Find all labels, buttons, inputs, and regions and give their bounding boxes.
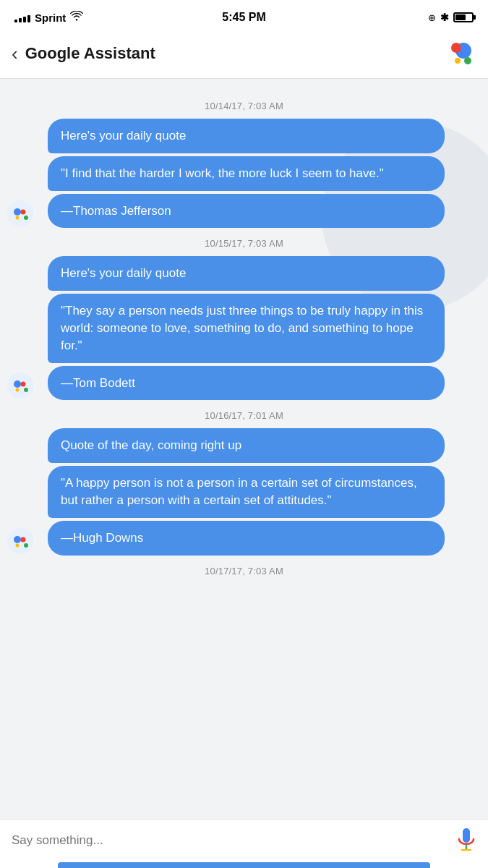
mic-button[interactable] <box>456 828 476 853</box>
bubble-2-1: "They say a person needs just three thin… <box>48 294 445 362</box>
google-assistant-icon <box>445 38 476 69</box>
back-button[interactable]: ‹ <box>12 43 18 65</box>
date-divider-4: 10/17/17, 7:03 AM <box>0 566 488 576</box>
assistant-avatar-1 <box>7 200 33 226</box>
bubble-2-0: Here's your daily quote <box>48 256 445 291</box>
assistant-avatar-2 <box>7 373 33 399</box>
svg-point-10 <box>14 380 21 388</box>
header: ‹ Google Assistant <box>0 32 488 79</box>
header-title: Google Assistant <box>25 44 445 63</box>
signal-bar-2 <box>19 18 22 22</box>
svg-point-3 <box>455 58 461 64</box>
bubble-1-1: "I find that the harder I work, the more… <box>48 156 445 191</box>
bubble-3-1: "A happy person is not a person in a cer… <box>48 466 445 518</box>
status-left: Sprint <box>14 11 83 24</box>
date-divider-1: 10/14/17, 7:03 AM <box>0 101 488 111</box>
svg-point-16 <box>21 537 26 542</box>
status-time: 5:45 PM <box>222 11 265 24</box>
chat-area: 10/14/17, 7:03 AM Here's your daily quot… <box>0 79 488 819</box>
wifi-icon <box>70 11 83 24</box>
message-group-1: Here's your daily quote "I find that the… <box>0 119 488 228</box>
svg-point-15 <box>14 536 21 543</box>
carrier-name: Sprint <box>35 12 66 24</box>
message-group-3: Quote of the day, coming right up "A hap… <box>0 428 488 555</box>
svg-point-12 <box>24 388 28 392</box>
status-bar: Sprint 5:45 PM ⊕ ✱ <box>0 0 488 32</box>
battery-icon <box>453 12 474 22</box>
chat-input[interactable] <box>12 833 448 848</box>
assistant-bubbles-1: Here's your daily quote "I find that the… <box>48 119 445 228</box>
bubble-2-2: —Tom Bodett <box>48 366 445 401</box>
assistant-bubbles-2: Here's your daily quote "They say a pers… <box>48 256 445 400</box>
signal-bar-4 <box>27 15 30 22</box>
svg-point-18 <box>16 543 20 547</box>
svg-point-5 <box>14 208 21 216</box>
date-divider-3: 10/16/17, 7:01 AM <box>0 410 488 421</box>
signal-bar-1 <box>14 20 17 22</box>
battery-fill <box>455 14 466 20</box>
svg-point-6 <box>21 210 26 215</box>
date-divider-2: 10/15/17, 7:03 AM <box>0 238 488 249</box>
svg-point-1 <box>451 43 461 53</box>
svg-point-13 <box>16 388 20 392</box>
message-group-2: Here's your daily quote "They say a pers… <box>0 256 488 400</box>
svg-point-8 <box>16 216 20 220</box>
svg-point-2 <box>464 57 471 64</box>
assistant-bubbles-3: Quote of the day, coming right up "A hap… <box>48 428 445 555</box>
assistant-avatar-3 <box>7 528 33 554</box>
bubble-3-0: Quote of the day, coming right up <box>48 428 445 463</box>
bottom-hint <box>58 862 430 868</box>
bubble-1-0: Here's your daily quote <box>48 119 445 153</box>
svg-point-7 <box>24 216 28 220</box>
status-right: ⊕ ✱ <box>428 12 474 23</box>
signal-bars <box>14 12 30 22</box>
bubble-1-2: —Thomas Jefferson <box>48 194 445 229</box>
bubble-3-2: —Hugh Downs <box>48 521 445 556</box>
input-area <box>0 819 488 862</box>
signal-bar-3 <box>23 17 26 22</box>
location-icon: ⊕ <box>428 12 436 23</box>
svg-point-17 <box>24 543 28 548</box>
svg-rect-19 <box>463 828 470 843</box>
bluetooth-icon: ✱ <box>440 12 449 23</box>
svg-point-11 <box>21 382 26 387</box>
